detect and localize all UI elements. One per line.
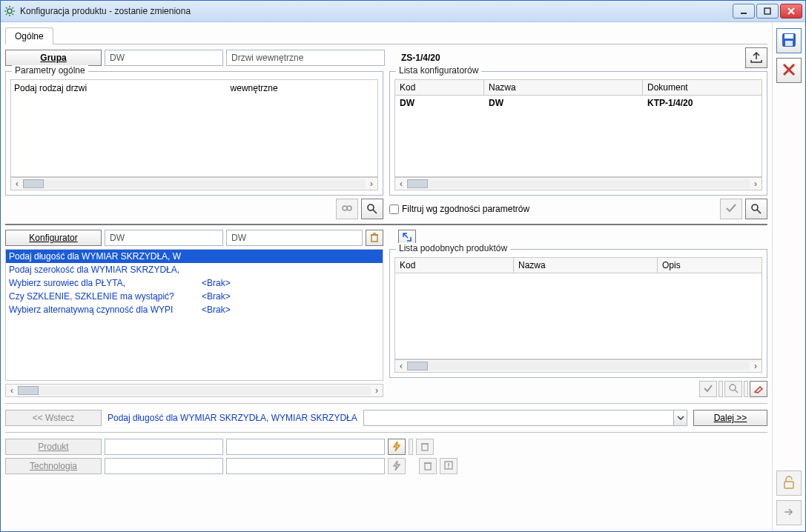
forward-button bbox=[776, 500, 802, 525]
gear-icon bbox=[4, 5, 16, 17]
technologia-code-field[interactable] bbox=[105, 458, 223, 474]
scroll-right-icon[interactable]: › bbox=[371, 385, 383, 396]
svg-point-22 bbox=[730, 385, 736, 390]
scroll-right-icon[interactable]: › bbox=[750, 179, 762, 189]
wizard-prompt: Podaj długość dla WYMIAR SKRZYDŁA, WYMIA… bbox=[108, 413, 357, 423]
generate-technologia-button bbox=[388, 458, 406, 474]
svg-line-7 bbox=[13, 7, 14, 9]
step-item[interactable]: Wybierz surowiec dla PŁYTA, <Brak> bbox=[6, 276, 383, 290]
konfiguratory-scroll[interactable]: ‹ › bbox=[394, 177, 762, 190]
wizard-value-combo[interactable] bbox=[363, 410, 687, 426]
close-button[interactable] bbox=[780, 4, 802, 19]
minimize-button[interactable] bbox=[733, 4, 755, 19]
filter-checkbox-row[interactable]: Filtruj wg zgodności parametrów bbox=[389, 204, 529, 214]
tab-general[interactable]: Ogólne bbox=[5, 27, 53, 44]
steps-list[interactable]: Podaj długość dla WYMIAR SKRZYDŁA, W Pod… bbox=[5, 249, 383, 381]
podobne-body[interactable] bbox=[394, 273, 762, 359]
delete-technologia-button bbox=[419, 458, 437, 474]
title-bar: Konfiguracja produktu - zostanie zmienio… bbox=[1, 1, 805, 22]
grupa-name-field: Drzwi wewnętrzne bbox=[226, 50, 385, 66]
cancel-button[interactable] bbox=[776, 58, 802, 83]
refresh-icon bbox=[402, 232, 412, 245]
konfigurator-name-field: DW bbox=[226, 230, 363, 246]
step-item[interactable]: Podaj długość dla WYMIAR SKRZYDŁA, W bbox=[6, 250, 383, 263]
podobne-panel: Lista podobnych produktów Kod Nazwa Opis… bbox=[389, 249, 767, 397]
grupa-code-field: DW bbox=[105, 50, 223, 66]
filter-checkbox[interactable] bbox=[389, 205, 399, 214]
search-configurator-button[interactable] bbox=[745, 199, 767, 219]
th-opis[interactable]: Opis bbox=[658, 258, 762, 273]
lightning-icon bbox=[392, 460, 402, 473]
svg-point-13 bbox=[343, 206, 347, 210]
chevron-down-icon[interactable] bbox=[673, 410, 687, 425]
konfiguratory-panel: Lista konfiguratorów Kod Nazwa Dokument … bbox=[389, 71, 767, 219]
podobne-header: Kod Nazwa Opis bbox=[394, 257, 762, 273]
steps-scroll[interactable]: ‹ › bbox=[5, 384, 383, 397]
scroll-left-icon[interactable]: ‹ bbox=[395, 361, 407, 371]
table-row[interactable]: DW DW KTP-1/4/20 bbox=[395, 96, 762, 110]
th-dokument[interactable]: Dokument bbox=[643, 80, 762, 95]
konfiguratory-header: Kod Nazwa Dokument bbox=[394, 79, 762, 96]
save-button[interactable] bbox=[776, 28, 802, 53]
th-kod[interactable]: Kod bbox=[395, 258, 514, 273]
svg-line-11 bbox=[788, 8, 794, 14]
group-row: Grupa DW Drzwi wewnętrzne ZS-1/4/20 bbox=[5, 47, 767, 68]
technologia-button: Technologia bbox=[5, 458, 102, 474]
back-button: << Wstecz bbox=[5, 410, 102, 426]
scroll-right-icon[interactable]: › bbox=[366, 179, 377, 189]
window-controls bbox=[733, 4, 802, 19]
search-similar-button bbox=[724, 381, 742, 397]
trash-icon bbox=[420, 441, 430, 453]
svg-rect-33 bbox=[785, 41, 793, 46]
step-item[interactable]: Czy SZKLENIE, SZKLENIE ma wystąpić? <Bra… bbox=[6, 290, 383, 303]
generate-produkt-button[interactable] bbox=[388, 439, 406, 455]
produkt-name-field[interactable] bbox=[226, 439, 385, 455]
step-item[interactable]: Wybierz alternatywną czynność dla WYPI <… bbox=[6, 303, 383, 316]
konfiguratory-body[interactable]: DW DW KTP-1/4/20 bbox=[394, 96, 762, 177]
parametry-scroll[interactable]: ‹ › bbox=[10, 177, 378, 190]
clear-similar-button[interactable] bbox=[750, 381, 767, 397]
svg-rect-19 bbox=[371, 235, 377, 242]
search-button[interactable] bbox=[361, 199, 383, 219]
lock-open-icon bbox=[782, 475, 796, 492]
konfigurator-code-field: DW bbox=[105, 230, 223, 246]
trash-icon bbox=[423, 460, 433, 473]
scroll-left-icon[interactable]: ‹ bbox=[11, 179, 23, 189]
grupa-button[interactable]: Grupa bbox=[5, 50, 102, 66]
upload-icon bbox=[750, 51, 763, 65]
parametry-col-label: Podaj rodzaj drzwi bbox=[14, 83, 231, 173]
scroll-right-icon[interactable]: › bbox=[750, 361, 762, 371]
th-nazwa[interactable]: Nazwa bbox=[484, 80, 643, 95]
accept-similar-button bbox=[699, 381, 717, 397]
konfigurator-button[interactable]: Konfigurator bbox=[5, 230, 102, 246]
svg-point-30 bbox=[448, 467, 449, 468]
lightning-icon bbox=[392, 441, 402, 453]
produkt-code-field[interactable] bbox=[105, 439, 223, 455]
technologia-name-field[interactable] bbox=[226, 458, 385, 474]
podobne-scroll[interactable]: ‹ › bbox=[394, 359, 762, 373]
konfigurator-row: Konfigurator DW DW bbox=[5, 230, 767, 246]
delete-konfigurator-button[interactable] bbox=[366, 230, 383, 246]
svg-point-14 bbox=[347, 206, 351, 210]
export-button[interactable] bbox=[745, 47, 767, 68]
search-icon bbox=[366, 202, 379, 216]
divider bbox=[5, 432, 767, 433]
scroll-left-icon[interactable]: ‹ bbox=[6, 385, 18, 396]
close-icon bbox=[782, 62, 796, 79]
link-button bbox=[336, 199, 358, 219]
next-button[interactable]: Dalej >> bbox=[693, 410, 767, 426]
h-divider bbox=[5, 224, 767, 225]
lock-button bbox=[776, 471, 802, 496]
forward-icon bbox=[782, 505, 796, 522]
sep bbox=[719, 381, 723, 397]
th-kod[interactable]: Kod bbox=[395, 80, 484, 95]
svg-line-5 bbox=[6, 7, 7, 9]
upper-split: Parametry ogólne Podaj rodzaj drzwi wewn… bbox=[5, 71, 767, 219]
step-item[interactable]: Podaj szerokość dla WYMIAR SKRZYDŁA, bbox=[6, 263, 383, 276]
parametry-toolbar bbox=[5, 199, 383, 219]
scroll-left-icon[interactable]: ‹ bbox=[395, 179, 407, 189]
th-nazwa[interactable]: Nazwa bbox=[514, 258, 658, 273]
maximize-button[interactable] bbox=[756, 4, 779, 19]
svg-line-8 bbox=[6, 14, 7, 16]
trash-icon bbox=[369, 232, 380, 245]
